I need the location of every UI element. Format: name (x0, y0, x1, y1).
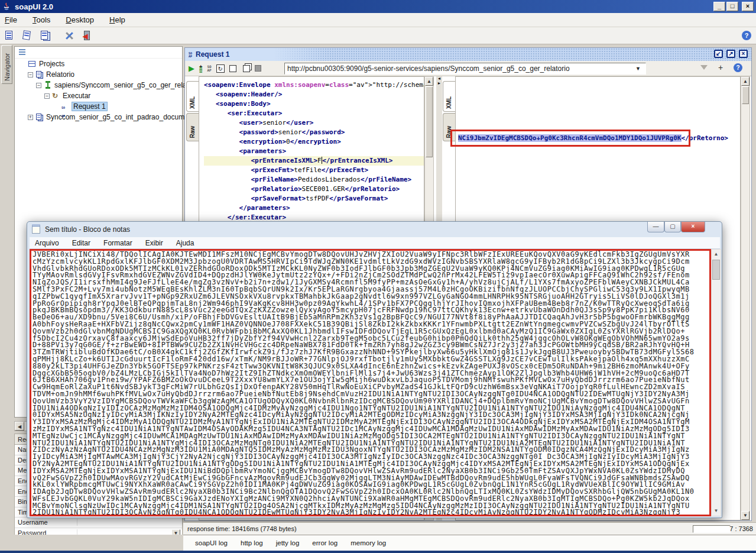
scrollbar-thumb[interactable] (426, 86, 433, 157)
navigator-tab[interactable]: Navigator (1, 45, 12, 84)
selected-base64-text: NCi9JbmZvIDEgMCBSDQo+Pg0Kc3RhcnR4cmVmDQo… (458, 134, 682, 142)
notepad-text-area[interactable]: JVBERi0xLjINCiXi48/TDQolICAgIA0KJTEwMDI1… (30, 249, 711, 516)
notepad-menu-exibir[interactable]: Exibir (145, 239, 163, 247)
log-tab-error-log[interactable]: error log (312, 539, 338, 546)
notepad-maximize-button[interactable]: ▢ (664, 222, 681, 232)
xml-line: <ser:Executar> (204, 109, 424, 118)
tree-item-request-1[interactable]: SOAPRequest 1 (15, 101, 182, 112)
xml-line: <soapenv:Body> (204, 99, 424, 109)
xml-line: <password>senior</password> (204, 128, 424, 137)
request-tab-raw[interactable]: Raw (186, 113, 199, 141)
tree-item-projects[interactable]: Projects (15, 59, 182, 69)
scroll-up-icon[interactable]: ▲ (712, 250, 721, 259)
tree-item-label: Executar (63, 92, 90, 100)
app-titlebar: soapUI 2.0 _ □ × (0, 0, 756, 13)
request-window-titlebar[interactable]: SOAP Request 1 ↙ ↗ × (185, 48, 751, 61)
tree-item-synccom-senior-g5-co-int-padra[interactable]: +Synccom_senior_g5_co_int_padrao_documen (15, 112, 182, 122)
new-project-icon[interactable] (4, 30, 15, 41)
scrollbar-thumb[interactable] (712, 260, 720, 280)
project-tree: Projects−Relatorio−sapiens/Synccom_senio… (15, 59, 182, 122)
endpoint-dropdown-icon[interactable]: ▼ (635, 66, 641, 72)
restore-window-icon[interactable]: ↙ (714, 50, 723, 58)
notepad-menu-ajuda[interactable]: Ajuda (176, 239, 194, 247)
log-tab-soapui-log[interactable]: soapUI log (195, 539, 228, 546)
menu-tools[interactable]: Tools (33, 15, 50, 24)
add-endpoint-icon[interactable]: + (718, 63, 723, 72)
xml-line: <prFileName>PedidosLiberados</prFileName… (204, 175, 424, 185)
collapse-icon[interactable]: − (36, 83, 41, 88)
submit-request-icon[interactable]: ▶ (189, 64, 194, 73)
collapse-icon[interactable]: − (44, 93, 50, 99)
response-editor-scrollbar[interactable]: ▲ ▼ (741, 76, 750, 520)
add-to-testcase-icon[interactable]: +≡≡ (199, 65, 202, 72)
menu-desktop[interactable]: Desktop (66, 15, 94, 24)
notepad-menu-arquivo[interactable]: Arquivo (35, 239, 59, 247)
close-button[interactable]: × (742, 2, 754, 11)
java-logo-icon (2, 2, 11, 11)
notepad-close-button[interactable]: × (681, 222, 705, 232)
scroll-up-icon[interactable]: ▲ (741, 77, 749, 86)
endpoint-url-combobox[interactable]: http://pcbnu00305:9090/g5-senior-service… (284, 63, 646, 75)
xml-line: <parameters> (204, 147, 424, 156)
response-closing-tag: </prRetorno> (682, 134, 728, 142)
scroll-down-icon[interactable]: ▼ (741, 511, 749, 520)
create-empty-icon[interactable] (229, 65, 236, 72)
tree-item-label: Relatorio (46, 70, 74, 79)
import-project-icon[interactable] (21, 30, 33, 41)
scroll-down-icon[interactable]: ▼ (712, 506, 721, 516)
app-toolbar: ◀ (0, 27, 756, 44)
recreate-request-icon[interactable]: ↻ (216, 64, 225, 73)
response-line: NCi9JbmZvIDEgMCBSDQo+Pg0Kc3RhcnR4cmVmDQo… (458, 134, 728, 143)
scrollbar-thumb[interactable] (742, 86, 749, 104)
save-all-projects-icon[interactable] (39, 30, 51, 41)
notepad-titlebar[interactable]: Sem título - Bloco de notas — ▢ × (27, 222, 722, 237)
tree-item-sapiens-synccom-senior-g5-co-g[interactable]: −sapiens/Synccom_senior_g5_co_ger_relat (15, 80, 182, 90)
notepad-scrollbar[interactable]: ▲ ▼ (711, 249, 721, 516)
notepad-minimize-button[interactable]: — (647, 222, 664, 232)
status-bar: response time: 18416ms (7748 bytes) 7 : … (183, 522, 756, 535)
minimize-button[interactable]: _ (713, 2, 725, 11)
log-tabs-bar: soapUI loghttp logjetty logerror logmemo… (183, 535, 756, 551)
property-label: Username (15, 519, 77, 526)
preferences-icon[interactable] (64, 30, 76, 41)
menu-file[interactable]: File (5, 15, 17, 24)
help-icon[interactable]: ? (742, 31, 751, 40)
filter-icon[interactable] (700, 65, 708, 70)
expand-icon[interactable]: + (28, 115, 33, 120)
menu-help[interactable]: Help (109, 15, 125, 24)
maximize-button[interactable]: □ (726, 2, 738, 11)
tree-options-icon[interactable] (19, 49, 182, 55)
request-tab-xml[interactable]: XML (186, 81, 199, 112)
scroll-up-icon[interactable]: ▲ (425, 77, 433, 86)
soap-version-icon[interactable]: SOAP (207, 65, 211, 72)
property-row-username[interactable]: Username (15, 518, 182, 528)
maximize-window-icon[interactable]: ↗ (726, 50, 735, 58)
response-tab-raw[interactable]: Raw (443, 113, 455, 141)
tree-item-relatorio[interactable]: −Relatorio (15, 69, 182, 80)
notepad-icon (32, 225, 40, 234)
collapse-icons[interactable]: ◄► (436, 76, 442, 86)
xml-line: <user>senior</user> (204, 118, 424, 128)
clone-request-icon[interactable] (243, 65, 250, 72)
log-tab-http-log[interactable]: http log (241, 539, 263, 546)
log-tab-jetty-log[interactable]: jetty log (276, 539, 300, 546)
xml-line: <prRelatorio>SECE001.GER</prRelatorio> (204, 185, 424, 194)
exit-icon[interactable]: ◀ (82, 30, 93, 41)
log-tab-memory-log[interactable]: memory log (351, 539, 386, 546)
operation-icon: ↻ (52, 92, 60, 100)
response-tab-xml[interactable]: XML (443, 81, 455, 112)
request-help-icon[interactable]: ? (734, 63, 742, 72)
app-title: soapUI 2.0 (15, 2, 53, 11)
scroll-left-icon[interactable]: ◀ (15, 422, 24, 431)
soap-request-icon: SOAP (61, 102, 70, 111)
notepad-menu-editar[interactable]: Editar (72, 239, 90, 247)
tree-item-label: Request 1 (72, 102, 107, 111)
project-icon (35, 70, 44, 79)
close-window-icon[interactable]: × (739, 50, 748, 58)
tree-item-label: Synccom_senior_g5_co_int_padrao_documen (46, 113, 193, 121)
collapse-icon[interactable]: − (28, 72, 33, 77)
cancel-request-icon[interactable] (255, 65, 261, 72)
notepad-menu-formatar[interactable]: Formatar (103, 239, 132, 247)
tree-item-executar[interactable]: −↻Executar (15, 90, 182, 101)
request-toolbar: ▶ +≡≡ SOAP ↻ http://pcbnu00305:9090/g5-s… (185, 61, 751, 76)
